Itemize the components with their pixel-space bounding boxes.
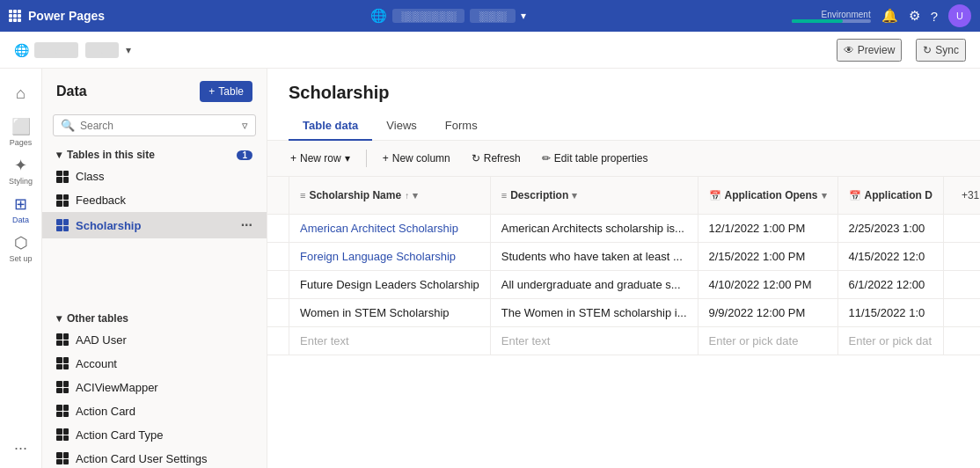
environment-label: Environment [822,10,871,19]
sidebar-item-scholarship[interactable]: Scholarship ··· [42,212,267,238]
row-selector-empty[interactable] [267,327,289,355]
sidebar-item-action-card[interactable]: Action Card [42,399,267,423]
settings-icon[interactable]: ⚙ [909,8,920,24]
env-breadcrumb-2[interactable]: ░░░░ [470,9,515,23]
new-row-label: New row [300,152,341,165]
waffle-icon [9,10,21,22]
refresh-button[interactable]: ↻ Refresh [463,148,530,169]
new-row-icon: + [290,152,296,165]
table-icon-scholarship [56,219,69,231]
col-header-app-opens[interactable]: 📅 Application Opens ▾ [698,177,837,215]
other-tables-header[interactable]: ▾ Other tables [42,305,267,328]
search-input[interactable] [80,120,237,132]
tab-views[interactable]: Views [372,112,430,141]
cell-description-1: American Architects scholarship is... [490,215,698,243]
cell-name-1[interactable]: American Architect Scholarship [289,215,491,243]
filter-icon[interactable]: ▿ [242,119,248,132]
col-header-name[interactable]: ≡ Scholarship Name ↑ ▾ [289,177,491,215]
sidebar-item-aad-user[interactable]: AAD User [42,328,267,352]
add-table-icon: + [208,85,215,98]
col-filter-icon-description[interactable]: ▾ [572,190,577,201]
new-badge: 1 [237,150,252,160]
edit-table-label: Edit table properties [554,152,648,165]
other-tables-chevron: ▾ [56,312,62,325]
table-icon-class [56,171,69,183]
table-icon-account [56,357,69,369]
table-icon-action-card [56,405,69,417]
sidebar-item-action-card-type[interactable]: Action Card Type [42,423,267,447]
sidebar-more-icon[interactable]: ··· [14,439,27,457]
col-type-icon-app-deadline: 📅 [849,190,861,201]
sidebar-item-feedback[interactable]: Feedback [42,188,267,212]
row-selector-2[interactable] [267,243,289,271]
cell-name-2[interactable]: Foreign Language Scholarship [289,243,491,271]
row-selector-4[interactable] [267,299,289,327]
preview-label: Preview [858,44,896,56]
avatar[interactable]: U [948,4,971,27]
enter-text-description: Enter text [501,334,551,347]
pages-icon: ⬜ [11,117,31,136]
cell-description-empty[interactable]: Enter text [490,327,698,355]
sidebar-item-pages[interactable]: ⬜ Pages [4,114,39,150]
sidebar-item-home[interactable]: ⌂ [4,76,39,111]
row-selector-1[interactable] [267,215,289,243]
sidebar-item-aciviewmapper[interactable]: ACIViewMapper [42,376,267,399]
sidebar-item-data[interactable]: ⊞ Data [4,192,39,227]
breadcrumb-chevron[interactable]: ▾ [521,10,526,22]
globe-icon[interactable]: 🌐 [370,8,387,24]
edit-table-button[interactable]: ✏ Edit table properties [533,148,657,169]
tables-in-site-header[interactable]: ▾ Tables in this site 1 [42,142,267,165]
new-row-button[interactable]: + New row ▾ [282,148,359,169]
row-name-link-2[interactable]: Foreign Language Scholarship [300,250,456,263]
row-name-link-1[interactable]: American Architect Scholarship [300,222,458,235]
row-selector-3[interactable] [267,271,289,299]
sidebar-item-action-card-user-settings[interactable]: Action Card User Settings [42,447,267,469]
table-row: American Architect Scholarship American … [267,215,980,243]
sync-button[interactable]: ↻ Sync [916,39,966,62]
cell-description-2: Students who have taken at least ... [490,243,698,271]
col-label-description: Description [510,189,568,201]
sidebar-item-styling[interactable]: ✦ Styling [4,153,39,188]
home-icon: ⌂ [16,84,26,103]
cell-more-empty [943,327,980,355]
tab-table-data[interactable]: Table data [289,112,372,141]
breadcrumb-chevron-icon[interactable]: ▾ [126,44,131,56]
cell-more-1 [943,215,980,243]
cell-app-opens-1: 12/1/2022 1:00 PM [698,215,837,243]
col-header-app-deadline[interactable]: 📅 Application D [837,177,943,215]
tab-forms[interactable]: Forms [431,112,492,141]
cell-more-3 [943,271,980,299]
cell-app-deadline-empty[interactable]: Enter or pick dat [837,327,943,355]
sidebar-item-label-account: Account [76,357,117,370]
search-bar[interactable]: 🔍 ▿ [53,114,256,136]
more-columns-button[interactable]: +31 more ▾ [954,186,980,205]
breadcrumb-item-1[interactable]: ... [34,42,78,58]
breadcrumb-item-2[interactable]: ... [85,42,119,58]
col-filter-icon-app-opens[interactable]: ▾ [822,190,827,201]
cell-name-empty[interactable]: Enter text [289,327,491,355]
col-type-icon-app-opens: 📅 [709,190,721,201]
help-icon[interactable]: ? [931,9,938,24]
col-filter-icon-name[interactable]: ▾ [413,190,418,201]
table-icon-aciviewmapper [56,381,69,393]
sidebar-item-setup[interactable]: ⬡ Set up [4,230,39,266]
sidebar-item-class[interactable]: Class [42,165,267,188]
cell-app-opens-2: 2/15/2022 1:00 PM [698,243,837,271]
new-column-button[interactable]: + New column [374,148,459,169]
cell-app-opens-empty[interactable]: Enter or pick date [698,327,837,355]
preview-icon: 👁 [844,44,854,56]
app-logo[interactable]: Power Pages [9,9,105,23]
secondbar-globe-icon[interactable]: 🌐 [14,43,29,57]
col-sort-icon-name[interactable]: ↑ [405,191,409,201]
add-table-button[interactable]: + Table [200,81,252,102]
env-breadcrumb-1[interactable]: ░░░░░░░░ [392,9,464,23]
table-row: Women in STEM Scholarship The Women in S… [267,299,980,327]
sidebar-item-account[interactable]: Account [42,352,267,376]
scholarship-more-icon[interactable]: ··· [241,217,252,233]
notification-icon[interactable]: 🔔 [881,8,898,24]
table-icon-aad-user [56,333,69,346]
content-header: Scholarship Table data Views Forms [267,69,980,141]
styling-icon: ✦ [14,156,27,175]
col-header-description[interactable]: ≡ Description ▾ [490,177,698,215]
preview-button[interactable]: 👁 Preview [837,39,903,62]
